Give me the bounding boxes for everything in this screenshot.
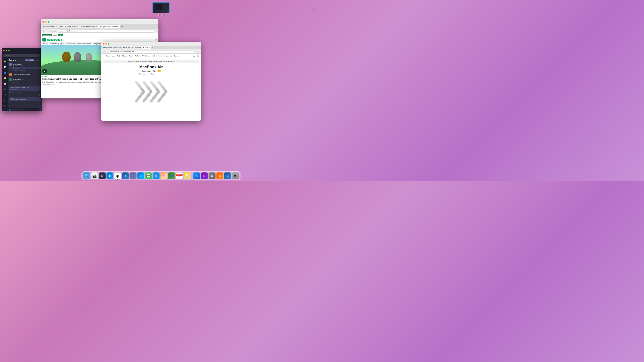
nav-galaxy[interactable]: Galaxy Watch 4 Best Hidden Features — [66, 43, 92, 44]
join-label[interactable]: Join or create a team — [12, 109, 26, 111]
nav-watch[interactable]: Watch — [129, 55, 133, 57]
team-options-1[interactable]: ••• — [39, 64, 41, 66]
message-whiteboard[interactable]: Whiteboard — [10, 89, 40, 90]
teams-footer[interactable]: 👤 Join or create a team ⚙ — [8, 108, 42, 111]
dock-finder[interactable]: 🔍 — [84, 172, 90, 179]
maximize-button[interactable] — [8, 50, 10, 51]
dock-messages[interactable]: 💬 — [145, 172, 152, 179]
sidebar-item-calendar[interactable]: 📅 — [3, 82, 7, 86]
new-tab-button[interactable]: + — [151, 46, 154, 49]
close-button[interactable] — [4, 50, 5, 51]
nav-trending[interactable]: Trending — [42, 43, 48, 44]
desktop-thumbnail[interactable]: Air Desktop — [152, 2, 170, 16]
tab-digitaltrends[interactable]: Digital Trends | Tech News, ... × — [98, 24, 120, 28]
dock-facetime[interactable]: 📹 — [168, 172, 175, 179]
url-display[interactable]: Added Security https://www.apple.com — [108, 50, 196, 53]
share-icon[interactable]: ↑ — [196, 50, 197, 52]
team-avatar-2: OH — [9, 73, 12, 76]
tab-close[interactable]: × — [96, 26, 97, 27]
minimize-button[interactable] — [45, 21, 47, 23]
nav-store[interactable]: Store — [106, 55, 110, 57]
sidebar-item-teams[interactable]: 👥 — [3, 71, 7, 74]
team-channel-general-3[interactable]: General — [9, 82, 41, 84]
dock-settings[interactable]: ⚙ — [209, 172, 216, 179]
dock-safari[interactable]: ◎ — [138, 172, 144, 179]
apple-hero-text: MacBook Air Supercharged by M1 Learn mor… — [140, 65, 163, 75]
dock-notes[interactable]: 📝 — [184, 172, 190, 179]
tab-editpost[interactable]: Edit Post 'I am a Windows f... × — [122, 46, 141, 49]
dt-logo-text: digitaltrends — [46, 38, 62, 41]
play-button[interactable]: ▶ — [42, 69, 47, 73]
nav-wordle[interactable]: Wordle Today July 28 — [50, 43, 64, 44]
nav-ipad[interactable]: iPad — [117, 55, 120, 57]
nav-accessories[interactable]: Accessories — [164, 55, 172, 57]
sidebar-item-more[interactable]: ••• — [3, 93, 7, 97]
tab-asana[interactable]: Home - Asana × — [63, 24, 79, 28]
sidebar-item-help[interactable]: ? — [3, 104, 7, 108]
nav-mac[interactable]: Mac — [112, 55, 114, 57]
dock-launchpad[interactable]: ⊞ — [99, 172, 106, 179]
nav-airpods[interactable]: AirPods — [135, 55, 140, 57]
sidebar-item-files[interactable]: 📁 — [3, 76, 7, 80]
tab-planner[interactable]: OnMSFT News CFP - Planner × — [42, 24, 63, 28]
tab-close[interactable]: × — [149, 47, 150, 48]
buy-link[interactable]: Buy › — [151, 73, 155, 75]
bookmark-icon[interactable]: ☆ — [156, 30, 157, 32]
settings-icon[interactable]: ⚙ — [40, 109, 41, 111]
apple-unicef-banner[interactable]: unicef 🤝 Donate to support families affe… — [103, 60, 199, 63]
dock-calendar[interactable]: JUL 31 — [176, 172, 183, 179]
bag-icon[interactable]: 🛍 — [197, 55, 199, 57]
dock-trash[interactable]: 🗑 — [232, 172, 239, 179]
sidebar-item-apps[interactable]: ⊞ — [3, 98, 7, 102]
dock-appstore[interactable]: A — [193, 172, 200, 179]
search-icon[interactable]: 🔍 — [193, 55, 195, 57]
dock-edge[interactable]: e — [106, 172, 114, 179]
teams-body: 🔔 💬 👥 📁 📅 📞 ••• ⊞ ? Teams SFT Demo 6 mor… — [2, 58, 42, 111]
minimize-button[interactable] — [105, 43, 107, 44]
maximize-button[interactable] — [108, 43, 109, 44]
dock-photos[interactable]: 🌸 — [160, 172, 168, 179]
dock-teams[interactable]: T — [130, 172, 136, 179]
dock-mail[interactable]: ✉ — [153, 172, 160, 179]
dock-screenshot[interactable]: 📷 — [91, 172, 98, 179]
new-tab-button[interactable]: + — [120, 25, 124, 28]
back-button[interactable]: ‹ — [102, 50, 103, 53]
dt-menu-button[interactable]: ≡ — [156, 39, 157, 41]
learn-more-link[interactable]: Learn more › — [140, 73, 149, 75]
close-button[interactable] — [42, 21, 44, 23]
refresh-button[interactable]: ↻ — [106, 50, 107, 53]
teams-more-label[interactable]: 6 more — [34, 59, 39, 61]
team-channel-general-1[interactable]: General — [9, 67, 41, 69]
tab-dashboard[interactable]: Dashboard • OnMSFT.com •... × — [102, 46, 122, 49]
search-input[interactable] — [3, 54, 41, 57]
tab-apple[interactable]: Apple × — [142, 46, 151, 49]
dock-simulink[interactable]: S — [216, 172, 223, 179]
add-desktop-button[interactable]: + — [313, 6, 316, 12]
url-input[interactable] — [58, 29, 155, 32]
bookmark-icon[interactable]: ☆ — [198, 50, 200, 52]
forward-button[interactable]: › — [46, 30, 49, 32]
nav-only-apple[interactable]: Only on Apple — [152, 55, 162, 57]
tab-feeds[interactable]: All Personal Feeds × — [80, 24, 98, 28]
tab-close[interactable]: × — [77, 26, 78, 27]
dock-taskbar[interactable]: ⊟ — [224, 172, 231, 179]
dt-new-button[interactable]: + New — [58, 34, 63, 36]
unicef-text[interactable]: Donate to support families affected by t… — [135, 61, 174, 62]
sidebar-item-activity[interactable]: 🔔 — [3, 59, 7, 63]
close-button[interactable] — [103, 43, 104, 44]
nav-support[interactable]: Support — [174, 55, 180, 57]
dock-chrome[interactable]: ◉ — [114, 172, 121, 179]
maximize-button[interactable] — [48, 21, 50, 23]
teams-search-bar[interactable] — [2, 52, 42, 58]
sidebar-item-chat[interactable]: 💬 — [3, 65, 7, 69]
dock-onenote[interactable]: N — [201, 172, 208, 179]
nav-iphone[interactable]: iPhone — [122, 55, 126, 57]
dock-todo[interactable]: T — [122, 172, 129, 179]
minimize-button[interactable] — [6, 50, 7, 51]
home-button[interactable]: ⌂ — [54, 30, 56, 32]
back-button[interactable]: ‹ — [42, 30, 45, 32]
sidebar-item-calls[interactable]: 📞 — [3, 87, 7, 91]
nav-tv[interactable]: TV & Home — [142, 55, 150, 57]
team-hidden-channels-1[interactable]: 3 hidden channels — [9, 69, 41, 71]
refresh-button[interactable]: ↻ — [50, 30, 53, 32]
